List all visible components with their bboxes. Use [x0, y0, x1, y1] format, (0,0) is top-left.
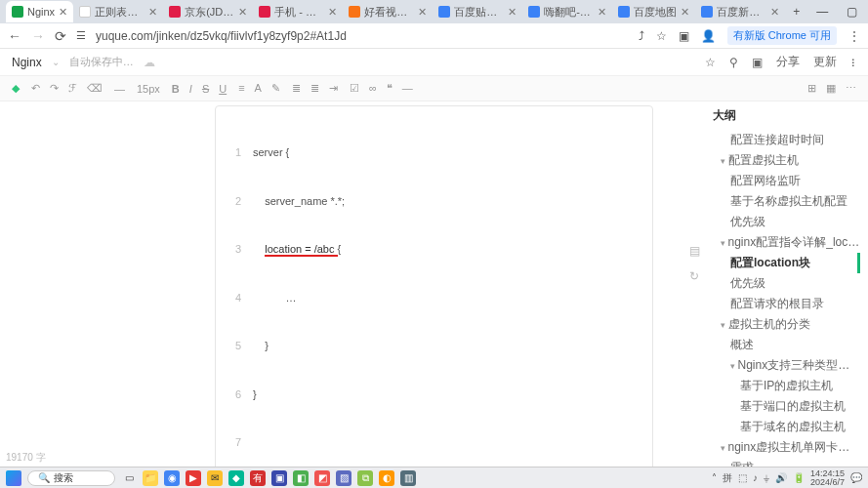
profile-icon[interactable]: 👤 — [701, 29, 716, 43]
ai-icon[interactable]: ◆ — [12, 82, 20, 95]
outline-item[interactable]: 基于域名的虚拟主机 — [713, 417, 860, 437]
outline-item[interactable]: 优先级 — [713, 273, 860, 294]
doc-dropdown-icon[interactable]: ⌄ — [52, 57, 60, 67]
browser-tab[interactable]: 手机 - 商品…✕ — [253, 1, 343, 22]
taskbar-app-icon[interactable]: ◆ — [228, 470, 244, 486]
outline-item[interactable]: 需求 — [713, 458, 860, 467]
clear-format-icon[interactable]: ⌫ — [87, 82, 103, 95]
taskbar-app-icon[interactable]: ▣ — [271, 470, 287, 486]
taskbar-app-icon[interactable]: ✉ — [207, 470, 223, 486]
tray-app-icon[interactable]: ♪ — [753, 472, 758, 483]
collaborate-icon[interactable]: ⚲ — [729, 56, 738, 69]
underline-icon[interactable]: U — [219, 83, 227, 95]
indent-icon[interactable]: ⇥ — [329, 82, 338, 95]
tray-chevron-icon[interactable]: ˄ — [712, 472, 717, 483]
taskbar-app-icon[interactable]: ◩ — [314, 470, 330, 486]
align-icon[interactable]: ≡ — [238, 82, 244, 95]
star-icon[interactable]: ☆ — [656, 29, 667, 43]
highlight-icon[interactable]: ✎ — [271, 82, 280, 95]
outline-item[interactable]: nginx配置指令详解_location指令 — [713, 232, 860, 253]
taskbar-app-icon[interactable]: 📁 — [143, 470, 158, 486]
tray-notifications-icon[interactable]: 💬 — [850, 472, 862, 483]
nav-forward-icon[interactable]: → — [31, 28, 45, 44]
share-button[interactable]: 分享 — [776, 54, 800, 70]
bullet-list-icon[interactable]: ≣ — [292, 82, 301, 95]
extensions-icon[interactable]: ▣ — [679, 29, 689, 43]
outline-item[interactable]: 优先级 — [713, 212, 860, 232]
refresh-side-icon[interactable]: ↻ — [689, 269, 700, 283]
tray-battery-icon[interactable]: 🔋 — [793, 472, 805, 483]
font-size[interactable]: 15px — [137, 83, 160, 95]
format-painter-icon[interactable]: ℱ — [68, 82, 77, 95]
undo-icon[interactable]: ↶ — [31, 82, 40, 95]
present-icon[interactable]: ▣ — [752, 56, 763, 69]
browser-menu-icon[interactable]: ⋮ — [848, 29, 860, 43]
outline-item[interactable]: 配置location块 — [713, 253, 860, 273]
chrome-update-badge[interactable]: 有新版 Chrome 可用 — [727, 26, 837, 45]
outline-item[interactable]: 配置虚拟主机 — [713, 150, 860, 171]
link-icon[interactable]: ∞ — [369, 82, 377, 95]
italic-icon[interactable]: I — [189, 83, 192, 95]
font-color-icon[interactable]: A — [255, 82, 262, 95]
start-button[interactable] — [6, 470, 21, 486]
win-maximize-icon[interactable]: ▢ — [837, 5, 866, 19]
taskbar-app-icon[interactable]: ◧ — [293, 470, 309, 486]
browser-tab[interactable]: 好看视频--…✕ — [343, 1, 433, 22]
table-icon[interactable]: ▦ — [826, 82, 836, 95]
nav-back-icon[interactable]: ← — [8, 28, 21, 44]
outline-item[interactable]: 虚拟主机的分类 — [713, 314, 860, 335]
taskbar-app-icon[interactable]: ◉ — [164, 470, 180, 486]
taskbar-app-icon[interactable]: ⧉ — [357, 470, 373, 486]
taskview-icon[interactable]: ▭ — [121, 470, 137, 486]
redo-icon[interactable]: ↷ — [50, 82, 59, 95]
toc-toggle-icon[interactable]: ▤ — [689, 244, 700, 258]
tab-close-icon[interactable]: ✕ — [59, 6, 67, 19]
outline-item[interactable]: 基于名称虚拟主机配置 — [713, 191, 860, 212]
outline-item[interactable]: 基于端口的虚拟主机 — [713, 396, 860, 417]
taskbar-clock[interactable]: 14:24:15 2024/6/7 — [810, 469, 845, 487]
divider-icon[interactable]: — — [402, 82, 413, 95]
browser-tab[interactable]: 百度新闻--…✕ — [695, 1, 785, 22]
tray-volume-icon[interactable]: 🔊 — [775, 472, 787, 483]
taskbar-app-icon[interactable]: ▥ — [400, 470, 416, 486]
taskbar-search[interactable]: 🔍 搜索 — [27, 470, 115, 486]
tray-pinyin-icon[interactable]: 拼 — [723, 471, 732, 485]
document-content[interactable]: 1server { 2 server_name *.*; 3 location … — [0, 102, 702, 467]
browser-tab[interactable]: 百度贴吧--…✕ — [433, 1, 522, 22]
taskbar-app-icon[interactable]: ◐ — [379, 470, 394, 486]
new-tab-button[interactable]: + — [785, 5, 807, 19]
taskbar-app-icon[interactable]: ▶ — [186, 470, 201, 486]
number-list-icon[interactable]: ≣ — [310, 82, 319, 95]
outline-item[interactable]: 配置网络监听 — [713, 171, 860, 191]
task-list-icon[interactable]: ☑ — [350, 82, 359, 95]
tray-network-icon[interactable]: ⏚ — [764, 472, 769, 483]
browser-tab[interactable]: 正则表达式…✕ — [73, 1, 163, 22]
taskbar-app-icon[interactable]: 有 — [250, 470, 266, 486]
outline-item[interactable]: Nginx支持三种类型的虚拟主机… — [713, 355, 860, 376]
more-icon[interactable]: ⫶ — [850, 56, 856, 69]
taskbar-app-icon[interactable]: ▨ — [336, 470, 351, 486]
star-icon[interactable]: ☆ — [705, 56, 716, 69]
code-block[interactable]: 1server { 2 server_name *.*; 3 location … — [215, 105, 653, 467]
browser-tab[interactable]: 嗨翻吧-百度…✕ — [522, 1, 612, 22]
strike-icon[interactable]: S — [202, 83, 209, 95]
more-tools-icon[interactable]: ⋯ — [846, 82, 856, 95]
outline-item[interactable]: 配置请求的根目录 — [713, 294, 860, 314]
outline-item[interactable]: 概述 — [713, 335, 860, 355]
update-button[interactable]: 更新 — [813, 54, 837, 70]
translate-icon[interactable]: ⤴ — [639, 29, 644, 43]
bold-icon[interactable]: B — [172, 83, 180, 95]
insert-icon[interactable]: ⊞ — [807, 82, 816, 95]
site-info-icon[interactable]: ☰ — [76, 29, 86, 42]
outline-item[interactable]: nginx虚拟主机单网卡多IP配置 — [713, 437, 860, 458]
quote-icon[interactable]: ❝ — [387, 82, 393, 95]
browser-tab[interactable]: Nginx ✕ — [6, 1, 73, 22]
outline-item[interactable]: 基于IP的虚拟主机 — [713, 376, 860, 396]
browser-tab[interactable]: 京东(JD.CO…✕ — [163, 1, 253, 22]
paragraph-style[interactable]: — — [114, 83, 125, 95]
outline-item[interactable]: 配置连接超时时间 — [713, 130, 860, 150]
url-text[interactable]: yuque.com/jinken/dz5vkq/fiivlvf1y8zyf9p2… — [96, 29, 629, 43]
browser-tab[interactable]: 百度地图✕ — [612, 1, 695, 22]
tray-icon[interactable]: ⬚ — [738, 472, 747, 483]
win-minimize-icon[interactable]: — — [807, 5, 837, 19]
